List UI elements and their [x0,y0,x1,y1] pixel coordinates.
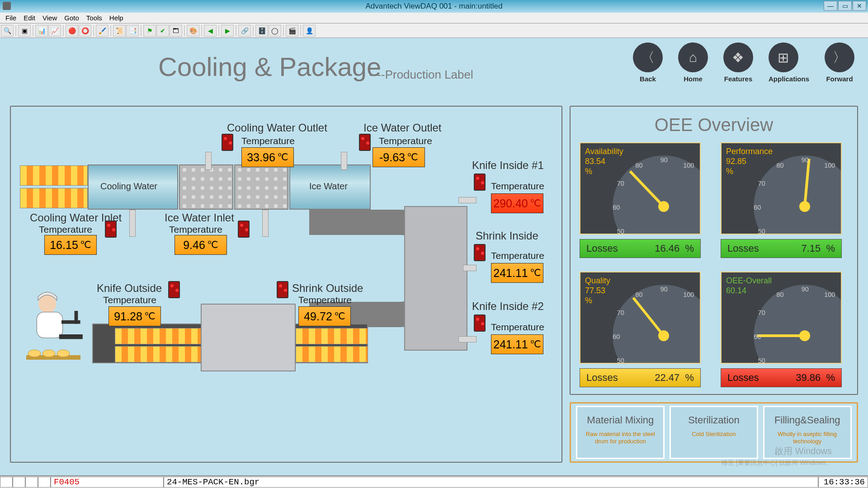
sensor-knife-outside [168,281,180,298]
nav-home[interactable]: ⌂Home [678,42,708,83]
pipe-ci [129,210,136,237]
sensor-shrink-inside [474,244,486,261]
tool-chart-icon[interactable]: 📊 [35,25,48,37]
product-strip-bottom-b [115,346,205,362]
tool-scripts-icon[interactable]: 📑 [126,25,139,37]
toolbar: 🔍 ▣ 📊 📈 🔴 ⭕ 🖌️ 📜 📑 ⚑ ✔ 🗔 🎨 ◀ ▶ 🔗 🗄️ ◯ 🎬 … [0,23,868,38]
tlabel-cooling-outlet: Temperature [241,136,295,146]
menu-file[interactable]: File [2,13,20,23]
svg-text:90: 90 [802,286,809,293]
tlabel-shrink-inside: Temperature [491,250,544,261]
tool-panel-icon[interactable]: 🗔 [170,25,182,37]
gauge-dial-icon: 5060708090100 [750,152,842,235]
nav-forward[interactable]: 〉Forward [825,42,854,83]
svg-text:70: 70 [758,180,765,187]
svg-point-10 [658,201,669,212]
svg-text:80: 80 [636,291,643,298]
minimize-button[interactable]: — [824,1,837,11]
card-sterilization[interactable]: Sterilization Cold Sterilization [670,406,758,459]
tool-flag-green-icon[interactable]: ⚑ [143,25,156,37]
sensor-shrink-outside [277,281,288,298]
svg-text:80: 80 [777,291,784,298]
temp-ice-outlet: -9.63℃ [373,147,425,167]
svg-text:60: 60 [613,204,620,211]
sensor-knife-inside2 [474,314,486,332]
status-cell-1 [0,477,13,488]
nav-back[interactable]: 〈Back [633,42,663,83]
temp-cooling-outlet: 33.96℃ [241,147,294,167]
product-strip-bottom-a [115,328,205,344]
tool-flag-check-icon[interactable]: ✔ [156,25,169,37]
tool-erase-icon[interactable]: ◯ [269,25,281,37]
status-cell-3 [25,477,38,488]
oee-panel: OEE Overview Availability 83.54 % 506070… [570,106,858,395]
status-clock: 16:33:36 [818,477,868,488]
svg-point-26 [658,330,669,341]
loss-availability: Losses16.46 % [580,239,701,258]
loss-performance: Losses7.15 % [721,239,842,258]
tool-record2-icon[interactable]: ⭕ [79,25,91,37]
nav-buttons: 〈Back ⌂Home ❖Features ⊞Applications 〉For… [633,42,854,83]
tool-link-icon[interactable]: 🔗 [238,25,251,37]
window-titlebar: Advantech ViewDAQ 001 - main:untitled — … [0,0,868,13]
svg-text:80: 80 [777,162,784,169]
cooling-water-label: Cooling Water [100,181,157,192]
egg-tray-2 [234,164,288,210]
menu-edit[interactable]: Edit [20,13,39,23]
svg-text:50: 50 [758,357,765,364]
nav-apps[interactable]: ⊞Applications [769,42,809,83]
tlabel-ice-inlet: Temperature [169,224,222,235]
card-material-mixing[interactable]: Material Mixing Raw material into the st… [576,406,665,459]
gauge-quality: Quality 77.53 % 5060708090100 Losses22.4… [580,272,707,387]
menu-view[interactable]: View [39,13,61,23]
close-button[interactable]: ✕ [853,1,866,11]
tool-back-arrow-icon[interactable]: ◀ [204,25,217,37]
svg-text:50: 50 [617,228,624,235]
tool-window-icon[interactable]: ▣ [18,25,31,37]
svg-text:100: 100 [824,162,835,169]
tool-record-red-icon[interactable]: 🔴 [66,25,78,37]
temp-knife-outside: 91.28℃ [108,306,161,326]
machine-right [404,206,467,351]
tlabel-knife-inside2: Temperature [491,322,544,333]
main-canvas: Cooling & Package ----Production Label 〈… [0,38,868,475]
status-cell-2 [13,477,25,488]
gauge-availability: Availability 83.54 % 5060708090100 Losse… [580,142,707,258]
svg-rect-1 [37,312,62,338]
tool-person-icon[interactable]: 👤 [303,25,316,37]
gauge-dial-icon: 5060708090100 [609,152,701,235]
svg-point-34 [799,330,810,341]
tool-script-icon[interactable]: 📜 [113,25,126,37]
tool-palette-icon[interactable]: 🎨 [187,25,199,37]
product-strip-top-b [20,188,88,208]
temp-cooling-inlet: 16.15℃ [44,235,97,255]
menu-goto[interactable]: Goto [61,13,83,23]
maximize-button[interactable]: ▭ [838,1,852,11]
svg-text:90: 90 [660,156,668,164]
egg-tray-1 [179,164,233,210]
pipe-si [463,265,476,271]
temp-knife-inside1: 290.40℃ [491,193,543,213]
svg-text:100: 100 [683,162,694,169]
svg-rect-3 [75,311,78,324]
tool-db-icon[interactable]: 🗄️ [255,25,268,37]
nav-features[interactable]: ❖Features [723,42,753,83]
menu-help[interactable]: Help [106,13,127,23]
oee-title: OEE Overview [577,115,851,135]
tool-fwd-arrow-icon[interactable]: ▶ [221,25,234,37]
tool-chart2-icon[interactable]: 📈 [48,25,61,37]
status-cell-4 [38,477,51,488]
status-file: 24-MES-PACK-EN.bgr [164,477,818,488]
product-strip-bottom-c [296,328,368,344]
tool-clapper-icon[interactable]: 🎬 [286,25,298,37]
sample-cups-icon [26,347,80,361]
tlabel-cooling-inlet: Temperature [39,224,92,235]
tool-search-icon[interactable]: 🔍 [1,25,14,37]
windows-watermark: 啟用 Windows [774,445,832,457]
tool-brush-icon[interactable]: 🖌️ [96,25,108,37]
sensor-ice-outlet [359,134,371,151]
menu-tools[interactable]: Tools [83,13,106,23]
loss-overall: Losses39.86 % [721,368,842,387]
svg-text:50: 50 [617,357,624,364]
menu-bar: File Edit View Goto Tools Help [0,13,868,23]
